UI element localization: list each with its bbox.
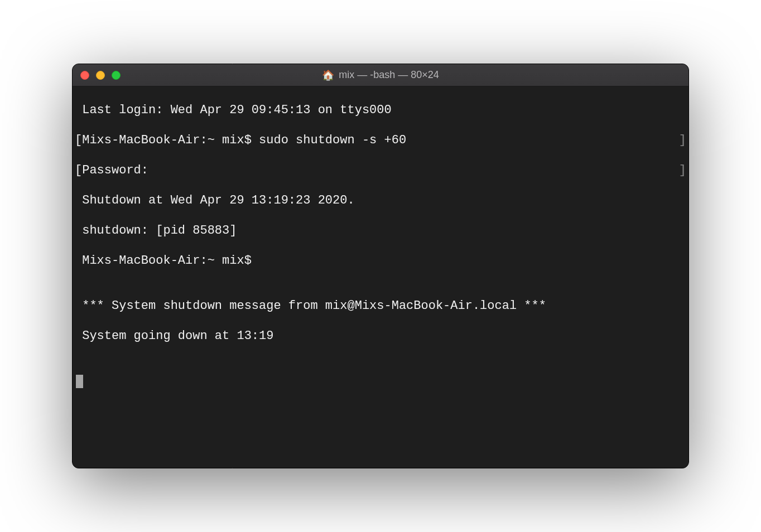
terminal-line: Shutdown at Wed Apr 29 13:19:23 2020. bbox=[75, 193, 686, 208]
window-title: 🏠 mix — -bash — 80×24 bbox=[73, 69, 688, 81]
terminal-line: shutdown: [pid 85883] bbox=[75, 223, 686, 238]
terminal-line: *** System shutdown message from mix@Mix… bbox=[75, 298, 686, 313]
terminal-line: System going down at 13:19 bbox=[75, 328, 686, 344]
terminal-text: [Mixs-MacBook-Air:~ mix$ sudo shutdown -… bbox=[75, 133, 406, 147]
terminal-text: [Password: bbox=[75, 163, 148, 177]
close-button[interactable] bbox=[80, 71, 89, 80]
window-controls bbox=[80, 71, 121, 80]
terminal-line: Last login: Wed Apr 29 09:45:13 on ttys0… bbox=[75, 103, 686, 118]
terminal-line bbox=[75, 374, 686, 389]
terminal-content[interactable]: Last login: Wed Apr 29 09:45:13 on ttys0… bbox=[73, 86, 688, 468]
window-title-text: mix — -bash — 80×24 bbox=[339, 69, 439, 81]
home-icon: 🏠 bbox=[322, 70, 334, 80]
terminal-line: [Password:] bbox=[75, 163, 686, 178]
window-titlebar[interactable]: 🏠 mix — -bash — 80×24 bbox=[73, 64, 688, 86]
maximize-button[interactable] bbox=[112, 71, 121, 80]
terminal-window: 🏠 mix — -bash — 80×24 Last login: Wed Ap… bbox=[72, 64, 689, 468]
terminal-line: [Mixs-MacBook-Air:~ mix$ sudo shutdown -… bbox=[75, 133, 686, 148]
minimize-button[interactable] bbox=[96, 71, 105, 80]
terminal-cursor bbox=[76, 375, 83, 388]
terminal-line: Mixs-MacBook-Air:~ mix$ bbox=[75, 253, 686, 268]
